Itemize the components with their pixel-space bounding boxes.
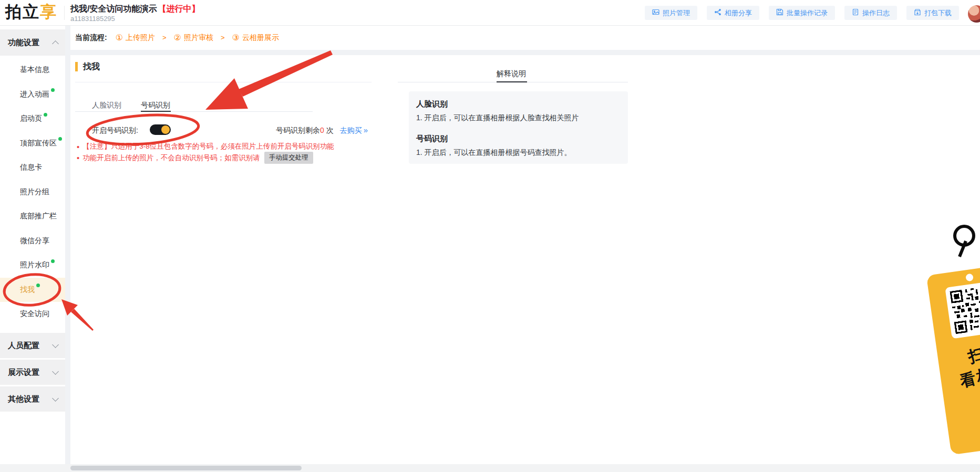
qr-code (950, 286, 980, 334)
flow-step-upload: ① 上传照片 (116, 33, 155, 43)
album-share-icon (714, 8, 721, 17)
sidebar-item-find-me[interactable]: 找我 (0, 278, 65, 302)
sidebar-section-staff-config[interactable]: 人员配置 (0, 333, 65, 358)
operation-log-icon (852, 8, 859, 17)
flow-separator: > (162, 34, 167, 41)
qr-panel (945, 281, 980, 339)
annotation-arrow-head (205, 78, 248, 110)
explain-active-underline (497, 81, 527, 82)
step-1-circle: ① (116, 33, 123, 43)
tab-face-recognition[interactable]: 人脸识别 (92, 101, 121, 110)
horizontal-scrollbar (0, 464, 980, 472)
explain-number-title: 号码识别 (416, 134, 621, 144)
photo-manage-button[interactable]: 照片管理 (645, 6, 697, 20)
photo-manage-icon (652, 8, 659, 17)
sidebar-item-photo-group[interactable]: 照片分组 (0, 180, 65, 205)
sidebar-content-gutter (65, 25, 70, 464)
explain-face-title: 人脸识别 (416, 99, 621, 109)
quota-count: 0 (320, 126, 324, 134)
qr-tag-caption: 扫码 看相册 (935, 333, 980, 396)
enabled-dot (51, 88, 55, 92)
logo-text-black: 拍立 (5, 3, 40, 21)
tag-hole (965, 274, 974, 282)
sidebar-item-wechat-share[interactable]: 微信分享 (0, 229, 65, 254)
sidebar-section-display-settings[interactable]: 展示设置 (0, 360, 65, 385)
notice-line-1: • 【注意】只适用于3-8位且包含数字的号码，必须在照片上传前开启号码识别功能 (77, 142, 334, 151)
notice-line-2: • 功能开启前上传的照片，不会自动识别号码；如需识别请 手动提交处理 (77, 152, 313, 164)
enabled-dot (58, 137, 62, 141)
package-download-icon (914, 8, 921, 17)
quota-unit: 次 (326, 126, 334, 135)
toggle-knob (161, 125, 170, 134)
annotation-arrow-shaft (239, 50, 333, 97)
user-avatar[interactable] (968, 5, 980, 23)
flow-separator: > (221, 34, 225, 41)
sidebar-item-splash-page[interactable]: 启动页 (0, 107, 65, 131)
number-recognition-toggle[interactable] (150, 124, 171, 135)
album-qr-tag: 扫码 看相册 (926, 264, 980, 455)
sidebar-item-top-banner[interactable]: 顶部宣传区 (0, 131, 65, 156)
sidebar-item-entry-animation[interactable]: 进入动画 (0, 82, 65, 107)
album-title: 找我/安全访问功能演示【进行中】 (70, 4, 200, 15)
bullet-dot: • (77, 153, 79, 162)
tab-number-recognition[interactable]: 号码识别 (141, 101, 170, 110)
package-download-button[interactable]: 打包下载 (906, 6, 959, 20)
sidebar-section-feature-settings[interactable]: 功能设置 (0, 29, 65, 56)
page-section-title: 找我 (83, 61, 100, 72)
enabled-dot (51, 259, 55, 263)
background-gap (70, 50, 980, 55)
chevron-down-icon (52, 341, 59, 348)
app-window: 拍立享 找我/安全访问功能演示【进行中】 a11831185295 照片管理 相… (0, 0, 980, 472)
top-header: 拍立享 找我/安全访问功能演示【进行中】 a11831185295 照片管理 相… (0, 0, 980, 26)
logo-text-accent: 享 (40, 3, 57, 21)
horizontal-scrollbar-thumb[interactable] (70, 466, 302, 470)
tabs-divider (75, 111, 313, 112)
flow-step-review: ② 照片审核 (174, 33, 213, 43)
header-actions: 照片管理 相册分享 批量操作记录 操作日志 (645, 6, 959, 20)
chevron-up-icon (52, 40, 59, 47)
enabled-dot (44, 113, 47, 117)
sidebar-section-other-settings[interactable]: 其他设置 (0, 386, 65, 412)
chevron-down-icon (52, 395, 59, 402)
flow-step-cloud-album: ③ 云相册展示 (232, 33, 279, 43)
step-2-circle: ② (174, 33, 181, 43)
sidebar-item-bottom-promo[interactable]: 底部推广栏 (0, 204, 65, 229)
album-title-text: 找我/安全访问功能演示 (70, 4, 157, 13)
sidebar-item-watermark[interactable]: 照片水印 (0, 253, 65, 278)
explain-number-line: 1. 开启后，可以在直播相册根据号码查找照片。 (416, 148, 621, 158)
active-tab-underline (141, 111, 171, 112)
batch-record-button[interactable]: 批量操作记录 (769, 6, 835, 20)
manual-submit-button[interactable]: 手动提交处理 (264, 152, 313, 164)
annotation-overlay (0, 0, 980, 472)
sidebar-menu: 基本信息 进入动画 启动页 顶部宣传区 信息卡 照片分组 底部推广栏 微信分享 … (0, 58, 65, 327)
step-3-circle: ③ (232, 33, 240, 43)
buy-link[interactable]: 去购买 (340, 126, 362, 135)
explain-panel: 人脸识别 1. 开启后，可以在直播相册根据人脸查找相关照片 号码识别 1. 开启… (409, 91, 628, 164)
quota-row: 号码识别剩余 0 次 去购买 » (276, 125, 368, 135)
quota-prefix: 号码识别剩余 (276, 126, 320, 135)
operation-log-button[interactable]: 操作日志 (844, 6, 897, 20)
enabled-dot (36, 284, 40, 287)
logo-divider (64, 6, 65, 20)
toggle-label: 开启号码识别: (92, 126, 138, 135)
explain-face-line: 1. 开启后，可以在直播相册根据人脸查找相关照片 (416, 113, 621, 123)
annotation-small-arrow-shaft (71, 309, 94, 331)
sidebar-item-secure-access[interactable]: 安全访问 (0, 302, 65, 327)
album-share-button[interactable]: 相册分享 (707, 6, 759, 20)
section-title-marker (75, 62, 78, 71)
double-chevron-icon: » (364, 125, 368, 134)
bullet-dot: • (77, 142, 79, 151)
explain-tab[interactable]: 解释说明 (497, 69, 526, 79)
status-badge: 【进行中】 (158, 4, 200, 13)
sidebar-item-info-card[interactable]: 信息卡 (0, 155, 65, 180)
sidebar-item-basic-info[interactable]: 基本信息 (0, 58, 65, 82)
batch-record-icon (776, 8, 783, 17)
chevron-down-icon (52, 368, 59, 375)
app-logo: 拍立享 (5, 1, 57, 23)
title-divider (75, 82, 372, 82)
album-id: a11831185295 (70, 15, 115, 23)
current-flow-bar: 当前流程: ① 上传照片 > ② 照片审核 > ③ 云相册展示 (70, 25, 980, 50)
flow-label: 当前流程: (75, 33, 107, 43)
